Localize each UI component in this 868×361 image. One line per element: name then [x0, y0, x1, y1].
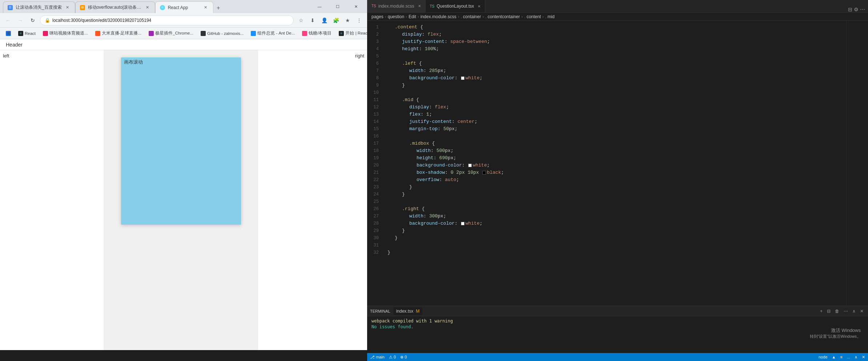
bookmark-polaris-label: 极星插件_Chrome...: [155, 31, 193, 36]
code-area[interactable]: .content { display: flex; justify-conten…: [382, 21, 846, 306]
tab-bar: 百 让滚动条消失_百度搜索 ✕ 移 移动overflow:auto|滚动条一二 …: [3, 0, 224, 13]
browser-tab-3[interactable]: ⚛ React App ✕: [155, 1, 213, 13]
window-controls: — ☐ ✕: [311, 1, 364, 12]
terminal-tabs: TERMINAL index.tsx M + ⊟ 🗑 ⋯ ∧ ✕: [367, 306, 868, 316]
vscode-tab-scss-title: index.module.scss: [378, 4, 414, 9]
bookmark-react-cn-label: 开始 | React中文网: [345, 31, 367, 36]
canvas-label: 画布滚动: [121, 57, 241, 67]
tsx-lang-icon: TS: [430, 4, 435, 8]
terminal-expand-button[interactable]: ∧: [851, 308, 857, 314]
terminal-add-button[interactable]: +: [819, 308, 824, 314]
terminal-line-2: No issues found.: [371, 324, 864, 329]
more-actions-icon[interactable]: ⋯: [860, 7, 865, 12]
code-line-12: display: flex;: [387, 104, 846, 111]
status-branch[interactable]: ⎇ main: [370, 355, 385, 360]
close-button[interactable]: ✕: [347, 1, 364, 12]
tab-close-1[interactable]: ✕: [65, 5, 71, 11]
status-bar-left: ⎇ main ⚠ 0 ⊗ 0: [370, 355, 407, 360]
bookmark-react[interactable]: ⚛ React: [15, 29, 39, 37]
code-line-20: background-color: white;: [387, 162, 846, 169]
status-terminal-triangle[interactable]: ▲: [832, 355, 836, 359]
app-header: Header: [0, 39, 367, 50]
status-more[interactable]: ...: [847, 355, 850, 359]
bookmark-qiantang[interactable]: 钱糖/本项目: [299, 29, 334, 37]
bookmark-mugu[interactable]: 咪咕视频体育频道...: [40, 29, 91, 37]
vscode-tab-tsx[interactable]: TS QuestionLayout.tsx ✕: [426, 0, 486, 12]
breadcrumb-mid: .mid: [545, 14, 555, 19]
left-label: left: [3, 53, 9, 59]
color-swatch-white-3: [461, 222, 465, 225]
minimap: [846, 21, 868, 306]
extension-icon[interactable]: 🧩: [331, 15, 341, 25]
terminal-controls: + ⊟ 🗑 ⋯ ∧ ✕: [819, 308, 865, 314]
bookmark-github[interactable]: GitHub - zalmoxis...: [198, 29, 246, 37]
status-errors[interactable]: ⊗ 0: [400, 355, 407, 360]
bookmark-polaris[interactable]: 极星插件_Chrome...: [146, 29, 196, 37]
star-icon[interactable]: ★: [342, 15, 353, 25]
bookmark-icon[interactable]: ☆: [296, 15, 306, 25]
code-line-3: justify-content: space-between;: [387, 38, 846, 45]
terminal-tab-node[interactable]: index.tsx M: [393, 307, 423, 315]
status-warnings[interactable]: ⚠ 0: [389, 355, 396, 360]
color-swatch-white-1: [461, 76, 465, 80]
tab-favicon-2: 移: [80, 5, 85, 10]
breadcrumb-contentcontainer: .contentcontainer: [485, 14, 520, 19]
bookmark-github-label: GitHub - zalmoxis...: [207, 31, 244, 36]
forward-button[interactable]: →: [15, 15, 25, 25]
bookmark-apps[interactable]: ⊞: [3, 29, 14, 37]
terminal-tab-modified: M: [416, 309, 419, 314]
split-editor-icon[interactable]: ⊟: [848, 7, 852, 12]
bookmark-dami[interactable]: 大米直播-足球直播...: [92, 29, 144, 37]
tab-title-2: 移动overflow:auto|滚动条一二: [88, 4, 142, 11]
status-close[interactable]: ✕: [862, 355, 865, 360]
breadcrumb-pages: pages: [371, 14, 383, 19]
profile-icon[interactable]: 👤: [319, 15, 329, 25]
status-node[interactable]: node: [819, 355, 827, 359]
status-chevron-up[interactable]: ∧: [855, 355, 857, 360]
tab-close-2[interactable]: ✕: [145, 5, 150, 11]
terminal-heading: TERMINAL: [370, 309, 390, 313]
terminal-split-button[interactable]: ⊟: [825, 308, 832, 314]
code-line-6: .left {: [387, 60, 846, 67]
breadcrumb-content: .content: [524, 14, 541, 19]
browser-tab-2[interactable]: 移 移动overflow:auto|滚动条一二 ✕: [75, 1, 155, 13]
vscode-tab-tsx-title: QuestionLayout.tsx: [437, 4, 474, 9]
tab-close-3[interactable]: ✕: [203, 5, 209, 11]
code-line-27: width: 300px;: [387, 213, 846, 220]
vscode-tab-scss[interactable]: TS index.module.scss ✕: [367, 0, 426, 12]
bookmark-react-cn[interactable]: ⚛ 开始 | React中文网: [336, 29, 367, 37]
vscode-tab-tsx-close[interactable]: ✕: [478, 4, 481, 8]
terminal-close-button[interactable]: ✕: [859, 308, 865, 314]
reload-button[interactable]: ↻: [28, 15, 38, 25]
minimize-button[interactable]: —: [311, 1, 328, 12]
tab-favicon-3: ⚛: [160, 5, 165, 10]
vscode-tab-scss-close[interactable]: ✕: [418, 4, 421, 8]
midbox[interactable]: 画布滚动: [121, 57, 241, 225]
title-bar: 百 让滚动条消失_百度搜索 ✕ 移 移动overflow:auto|滚动条一二 …: [0, 0, 367, 13]
code-line-32: }: [387, 249, 846, 256]
terminal-more-button[interactable]: ⋯: [842, 308, 849, 314]
browser-tab-1[interactable]: 百 让滚动条消失_百度搜索 ✕: [3, 1, 75, 13]
breadcrumb-container: .container: [461, 14, 481, 19]
toolbar-icons: ☆ ⬇ 👤 🧩 ★ ⋮: [296, 15, 364, 25]
maximize-button[interactable]: ☐: [329, 1, 346, 12]
address-bar[interactable]: 🔒 localhost:3000/question/edit/320000198…: [40, 15, 294, 25]
new-tab-button[interactable]: +: [213, 3, 224, 13]
address-text: localhost:3000/question/edit/32000019820…: [52, 18, 289, 23]
color-swatch-black: [482, 171, 486, 175]
bookmark-ant-icon: [251, 31, 256, 36]
download-icon[interactable]: ⬇: [308, 15, 318, 25]
terminal-trash-button[interactable]: 🗑: [833, 308, 841, 314]
code-line-18: width: 500px;: [387, 147, 846, 155]
tab-favicon-1: 百: [8, 5, 13, 10]
code-line-26: .right {: [387, 205, 846, 213]
code-line-8: background-color: white;: [387, 75, 846, 82]
line-numbers: 1 2 3 4 5 6 7 8 9 10 11 12 13 14 15 16 1…: [367, 21, 382, 306]
settings-icon[interactable]: ⚙: [854, 7, 859, 12]
status-list-icon[interactable]: ≡: [840, 355, 842, 359]
bookmark-ant[interactable]: 组件总览 - Ant De...: [248, 29, 298, 37]
bookmark-apps-icon: ⊞: [6, 31, 11, 36]
code-editor: 1 2 3 4 5 6 7 8 9 10 11 12 13 14 15 16 1…: [367, 21, 868, 306]
more-icon[interactable]: ⋮: [354, 15, 364, 25]
back-button[interactable]: ←: [3, 15, 13, 25]
